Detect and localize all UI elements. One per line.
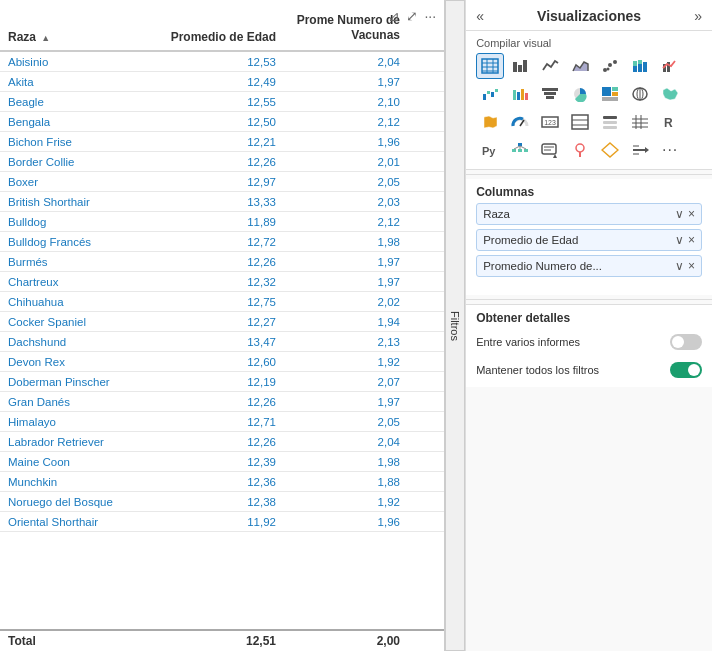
column-pill-0[interactable]: Raza ∨ × (476, 203, 702, 225)
filtros-tab[interactable]: Filtros (445, 0, 465, 651)
viz-matrix-icon[interactable] (626, 109, 654, 135)
viz-bar2-icon[interactable] (626, 53, 654, 79)
cell-edad: 12,60 (168, 356, 288, 368)
cell-edad: 12,36 (168, 476, 288, 488)
viz-card-icon[interactable]: 123 (536, 109, 564, 135)
pill-label: Promedio de Edad (483, 234, 578, 246)
cell-edad: 12,26 (168, 396, 288, 408)
svg-point-10 (608, 63, 612, 67)
toggle1-label: Entre varios informes (476, 335, 580, 349)
viz-shape-map-icon[interactable] (476, 109, 504, 135)
cell-vacunas: 2,04 (288, 56, 408, 68)
filter-icon[interactable]: ⊿ (388, 8, 400, 24)
svg-marker-68 (602, 143, 618, 157)
svg-rect-17 (643, 62, 647, 72)
svg-rect-6 (513, 62, 517, 72)
svg-rect-33 (612, 87, 618, 91)
toggle1-switch[interactable] (670, 334, 702, 350)
column-pill-1[interactable]: Promedio de Edad ∨ × (476, 229, 702, 251)
cell-vacunas: 1,96 (288, 136, 408, 148)
viz-pin-icon[interactable] (566, 137, 594, 163)
viz-python-icon[interactable]: Py (476, 137, 504, 163)
svg-rect-13 (633, 66, 637, 72)
viz-slicer-icon[interactable] (596, 109, 624, 135)
svg-rect-34 (612, 92, 618, 96)
table-row: Himalayo 12,71 2,05 (0, 412, 444, 432)
cell-edad: 12,39 (168, 456, 288, 468)
more-icon[interactable]: ··· (424, 8, 436, 24)
viz-map-icon[interactable] (626, 81, 654, 107)
cell-raza: Burmés (8, 256, 168, 268)
svg-line-59 (514, 146, 520, 149)
viz-more-icon[interactable]: ··· (656, 137, 684, 163)
cell-edad: 12,97 (168, 176, 288, 188)
toggle2-label: Mantener todos los filtros (476, 363, 599, 377)
cell-edad: 12,72 (168, 236, 288, 248)
table-row: Beagle 12,55 2,10 (0, 92, 444, 112)
divider2 (466, 299, 712, 300)
toggle-row-2: Mantener todos los filtros (476, 359, 702, 381)
viz-bar-icon[interactable] (506, 53, 534, 79)
cell-raza: Beagle (8, 96, 168, 108)
cell-raza: Chartreux (8, 276, 168, 288)
viz-pie-icon[interactable] (566, 81, 594, 107)
cell-vacunas: 1,96 (288, 516, 408, 528)
cell-vacunas: 1,97 (288, 256, 408, 268)
viz-decomp-icon[interactable] (506, 137, 534, 163)
viz-r-icon[interactable]: R (656, 109, 684, 135)
svg-point-9 (603, 68, 607, 72)
table-body: Abisinio 12,53 2,04 Akita 12,49 1,97 Bea… (0, 52, 444, 629)
viz-funnel-icon[interactable] (536, 81, 564, 107)
header-raza: Raza ▲ (8, 30, 168, 46)
viz-waterfall-icon[interactable] (476, 81, 504, 107)
svg-rect-24 (513, 90, 516, 100)
column-pill-2[interactable]: Promedio Numero de... ∨ × (476, 255, 702, 277)
svg-rect-23 (495, 89, 498, 92)
cell-edad: 13,47 (168, 336, 288, 348)
svg-rect-27 (525, 93, 528, 100)
cell-raza: Abisinio (8, 56, 168, 68)
svg-rect-29 (544, 92, 556, 95)
table-row: Border Collie 12,26 2,01 (0, 152, 444, 172)
viz-combo-icon[interactable] (656, 53, 684, 79)
viz-filled-map-icon[interactable] (656, 81, 684, 107)
table-row: Bengala 12,50 2,12 (0, 112, 444, 132)
svg-rect-46 (603, 121, 617, 124)
viz-line-icon[interactable] (536, 53, 564, 79)
viz-scatter-icon[interactable] (596, 53, 624, 79)
cell-vacunas: 1,92 (288, 496, 408, 508)
toggle2-switch[interactable] (670, 362, 702, 378)
nav-right-icon[interactable]: » (694, 8, 702, 24)
pill-close-icon[interactable]: × (688, 259, 695, 273)
pill-close-icon[interactable]: × (688, 233, 695, 247)
svg-text:R: R (664, 116, 673, 130)
expand-icon[interactable]: ⤢ (406, 8, 418, 24)
table-row: Burmés 12,26 1,97 (0, 252, 444, 272)
obtener-label: Obtener detalles (476, 311, 702, 325)
pill-chevron-icon[interactable]: ∨ (675, 259, 684, 273)
pill-chevron-icon[interactable]: ∨ (675, 233, 684, 247)
viz-table-icon[interactable] (476, 53, 504, 79)
viz-area-icon[interactable] (566, 53, 594, 79)
cell-raza: Akita (8, 76, 168, 88)
viz-ai-icon[interactable] (536, 137, 564, 163)
pill-label: Promedio Numero de... (483, 260, 602, 272)
cell-raza: Himalayo (8, 416, 168, 428)
viz-ribbon-icon[interactable] (506, 81, 534, 107)
pill-chevron-icon[interactable]: ∨ (675, 207, 684, 221)
nav-left-icon[interactable]: « (476, 8, 484, 24)
viz-diamond-icon[interactable] (596, 137, 624, 163)
cell-raza: Bichon Frise (8, 136, 168, 148)
table-row: Doberman Pinscher 12,19 2,07 (0, 372, 444, 392)
viz-arrow-icon[interactable] (626, 137, 654, 163)
cell-raza: British Shorthair (8, 196, 168, 208)
viz-multirow-card-icon[interactable] (566, 109, 594, 135)
viz-gauge-icon[interactable] (506, 109, 534, 135)
cell-edad: 12,55 (168, 96, 288, 108)
viz-treemap-icon[interactable] (596, 81, 624, 107)
cell-vacunas: 2,13 (288, 336, 408, 348)
svg-rect-16 (638, 60, 642, 64)
pill-close-icon[interactable]: × (688, 207, 695, 221)
svg-rect-47 (603, 126, 617, 129)
table-row: Dachshund 13,47 2,13 (0, 332, 444, 352)
